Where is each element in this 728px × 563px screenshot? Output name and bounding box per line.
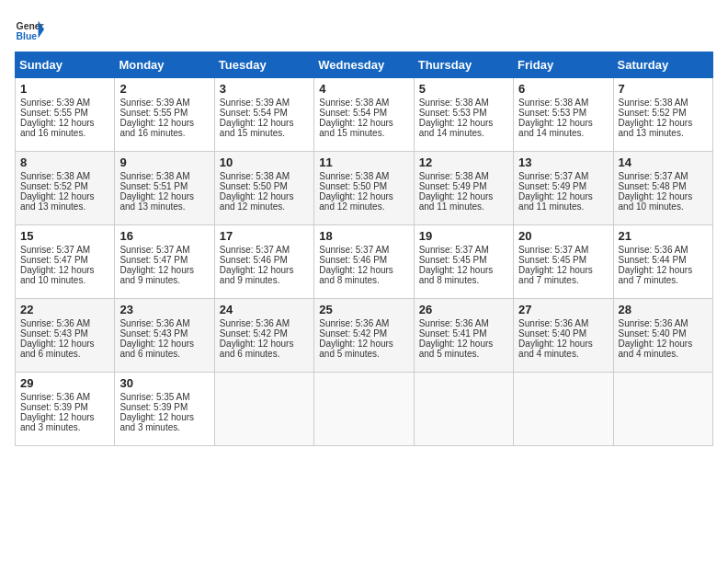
weekday-header-monday: Monday xyxy=(115,52,214,78)
day-info: Sunrise: 5:38 AMSunset: 5:52 PMDaylight:… xyxy=(619,98,693,138)
day-number: 4 xyxy=(319,82,408,96)
day-number: 29 xyxy=(20,376,109,390)
logo: General Blue xyxy=(15,15,44,44)
day-number: 11 xyxy=(319,155,408,169)
day-number: 1 xyxy=(20,82,109,96)
calendar-day-cell: 21Sunrise: 5:36 AMSunset: 5:44 PMDayligh… xyxy=(613,225,712,299)
day-info: Sunrise: 5:38 AMSunset: 5:53 PMDaylight:… xyxy=(518,98,593,138)
calendar-table: SundayMondayTuesdayWednesdayThursdayFrid… xyxy=(15,52,713,446)
day-info: Sunrise: 5:37 AMSunset: 5:47 PMDaylight:… xyxy=(20,245,95,285)
weekday-header-saturday: Saturday xyxy=(613,52,712,78)
day-info: Sunrise: 5:38 AMSunset: 5:50 PMDaylight:… xyxy=(220,171,294,212)
empty-cell xyxy=(514,373,613,446)
calendar-day-cell: 5Sunrise: 5:38 AMSunset: 5:53 PMDaylight… xyxy=(414,78,513,152)
calendar-week-row: 1Sunrise: 5:39 AMSunset: 5:55 PMDaylight… xyxy=(16,78,713,152)
calendar-day-cell: 11Sunrise: 5:38 AMSunset: 5:50 PMDayligh… xyxy=(314,152,414,225)
day-number: 27 xyxy=(518,303,608,316)
calendar-day-cell: 24Sunrise: 5:36 AMSunset: 5:42 PMDayligh… xyxy=(214,299,313,373)
day-info: Sunrise: 5:39 AMSunset: 5:55 PMDaylight:… xyxy=(20,98,95,138)
day-number: 2 xyxy=(119,82,209,96)
day-number: 25 xyxy=(319,303,408,316)
calendar-day-cell: 9Sunrise: 5:38 AMSunset: 5:51 PMDaylight… xyxy=(115,152,214,225)
day-number: 5 xyxy=(419,82,508,96)
calendar-day-cell: 8Sunrise: 5:38 AMSunset: 5:52 PMDaylight… xyxy=(16,152,115,225)
calendar-day-cell: 23Sunrise: 5:36 AMSunset: 5:43 PMDayligh… xyxy=(115,299,214,373)
calendar-day-cell: 6Sunrise: 5:38 AMSunset: 5:53 PMDaylight… xyxy=(514,78,613,152)
empty-cell xyxy=(613,373,712,446)
day-number: 10 xyxy=(220,155,309,169)
day-info: Sunrise: 5:36 AMSunset: 5:43 PMDaylight:… xyxy=(20,318,95,359)
day-info: Sunrise: 5:39 AMSunset: 5:54 PMDaylight:… xyxy=(220,98,294,138)
day-info: Sunrise: 5:37 AMSunset: 5:49 PMDaylight:… xyxy=(518,171,593,212)
calendar-day-cell: 28Sunrise: 5:36 AMSunset: 5:40 PMDayligh… xyxy=(613,299,712,373)
calendar-day-cell: 16Sunrise: 5:37 AMSunset: 5:47 PMDayligh… xyxy=(115,225,214,299)
day-number: 13 xyxy=(518,155,608,169)
empty-cell xyxy=(214,373,313,446)
day-number: 6 xyxy=(518,82,608,96)
calendar-day-cell: 12Sunrise: 5:38 AMSunset: 5:49 PMDayligh… xyxy=(414,152,513,225)
calendar-day-cell: 26Sunrise: 5:36 AMSunset: 5:41 PMDayligh… xyxy=(414,299,513,373)
day-number: 20 xyxy=(518,229,608,243)
day-number: 16 xyxy=(119,229,209,243)
calendar-day-cell: 19Sunrise: 5:37 AMSunset: 5:45 PMDayligh… xyxy=(414,225,513,299)
day-number: 26 xyxy=(419,303,508,316)
day-info: Sunrise: 5:37 AMSunset: 5:48 PMDaylight:… xyxy=(619,171,693,212)
day-info: Sunrise: 5:36 AMSunset: 5:40 PMDaylight:… xyxy=(619,318,693,359)
calendar-week-row: 22Sunrise: 5:36 AMSunset: 5:43 PMDayligh… xyxy=(16,299,713,373)
weekday-header-tuesday: Tuesday xyxy=(214,52,313,78)
day-info: Sunrise: 5:37 AMSunset: 5:47 PMDaylight:… xyxy=(119,245,194,285)
day-info: Sunrise: 5:36 AMSunset: 5:44 PMDaylight:… xyxy=(619,245,693,285)
day-number: 23 xyxy=(119,303,209,316)
day-number: 12 xyxy=(419,155,508,169)
calendar-week-row: 15Sunrise: 5:37 AMSunset: 5:47 PMDayligh… xyxy=(16,225,713,299)
day-number: 18 xyxy=(319,229,408,243)
day-info: Sunrise: 5:36 AMSunset: 5:43 PMDaylight:… xyxy=(119,318,194,359)
calendar-week-row: 29Sunrise: 5:36 AMSunset: 5:39 PMDayligh… xyxy=(16,373,713,446)
calendar-day-cell: 27Sunrise: 5:36 AMSunset: 5:40 PMDayligh… xyxy=(514,299,613,373)
day-number: 21 xyxy=(619,229,708,243)
day-number: 19 xyxy=(419,229,508,243)
calendar-day-cell: 30Sunrise: 5:35 AMSunset: 5:39 PMDayligh… xyxy=(115,373,214,446)
day-number: 9 xyxy=(119,155,209,169)
day-info: Sunrise: 5:35 AMSunset: 5:39 PMDaylight:… xyxy=(119,392,194,432)
logo-icon: General Blue xyxy=(15,15,44,44)
empty-cell xyxy=(314,373,414,446)
weekday-header-wednesday: Wednesday xyxy=(314,52,414,78)
svg-text:Blue: Blue xyxy=(17,31,38,41)
day-info: Sunrise: 5:36 AMSunset: 5:42 PMDaylight:… xyxy=(220,318,294,359)
calendar-day-cell: 29Sunrise: 5:36 AMSunset: 5:39 PMDayligh… xyxy=(16,373,115,446)
calendar-day-cell: 15Sunrise: 5:37 AMSunset: 5:47 PMDayligh… xyxy=(16,225,115,299)
weekday-header-sunday: Sunday xyxy=(16,52,115,78)
calendar-day-cell: 22Sunrise: 5:36 AMSunset: 5:43 PMDayligh… xyxy=(16,299,115,373)
day-info: Sunrise: 5:38 AMSunset: 5:51 PMDaylight:… xyxy=(119,171,194,212)
day-number: 22 xyxy=(20,303,109,316)
day-number: 30 xyxy=(119,376,209,390)
day-info: Sunrise: 5:36 AMSunset: 5:41 PMDaylight:… xyxy=(419,318,494,359)
calendar-day-cell: 18Sunrise: 5:37 AMSunset: 5:46 PMDayligh… xyxy=(314,225,414,299)
header: General Blue xyxy=(15,15,713,44)
day-info: Sunrise: 5:36 AMSunset: 5:39 PMDaylight:… xyxy=(20,392,95,432)
calendar-day-cell: 13Sunrise: 5:37 AMSunset: 5:49 PMDayligh… xyxy=(514,152,613,225)
day-info: Sunrise: 5:38 AMSunset: 5:49 PMDaylight:… xyxy=(419,171,494,212)
day-number: 15 xyxy=(20,229,109,243)
day-info: Sunrise: 5:37 AMSunset: 5:45 PMDaylight:… xyxy=(518,245,593,285)
day-info: Sunrise: 5:37 AMSunset: 5:46 PMDaylight:… xyxy=(220,245,294,285)
day-info: Sunrise: 5:36 AMSunset: 5:40 PMDaylight:… xyxy=(518,318,593,359)
calendar-day-cell: 10Sunrise: 5:38 AMSunset: 5:50 PMDayligh… xyxy=(214,152,313,225)
day-info: Sunrise: 5:37 AMSunset: 5:46 PMDaylight:… xyxy=(319,245,393,285)
calendar-week-row: 8Sunrise: 5:38 AMSunset: 5:52 PMDaylight… xyxy=(16,152,713,225)
day-info: Sunrise: 5:36 AMSunset: 5:42 PMDaylight:… xyxy=(319,318,393,359)
day-info: Sunrise: 5:38 AMSunset: 5:54 PMDaylight:… xyxy=(319,98,393,138)
day-number: 14 xyxy=(619,155,708,169)
weekday-header-row: SundayMondayTuesdayWednesdayThursdayFrid… xyxy=(16,52,713,78)
day-number: 17 xyxy=(220,229,309,243)
calendar-day-cell: 2Sunrise: 5:39 AMSunset: 5:55 PMDaylight… xyxy=(115,78,214,152)
day-number: 7 xyxy=(619,82,708,96)
calendar-day-cell: 1Sunrise: 5:39 AMSunset: 5:55 PMDaylight… xyxy=(16,78,115,152)
day-info: Sunrise: 5:38 AMSunset: 5:50 PMDaylight:… xyxy=(319,171,393,212)
calendar-day-cell: 25Sunrise: 5:36 AMSunset: 5:42 PMDayligh… xyxy=(314,299,414,373)
day-info: Sunrise: 5:38 AMSunset: 5:52 PMDaylight:… xyxy=(20,171,95,212)
calendar-day-cell: 17Sunrise: 5:37 AMSunset: 5:46 PMDayligh… xyxy=(214,225,313,299)
day-number: 28 xyxy=(619,303,708,316)
day-info: Sunrise: 5:37 AMSunset: 5:45 PMDaylight:… xyxy=(419,245,494,285)
